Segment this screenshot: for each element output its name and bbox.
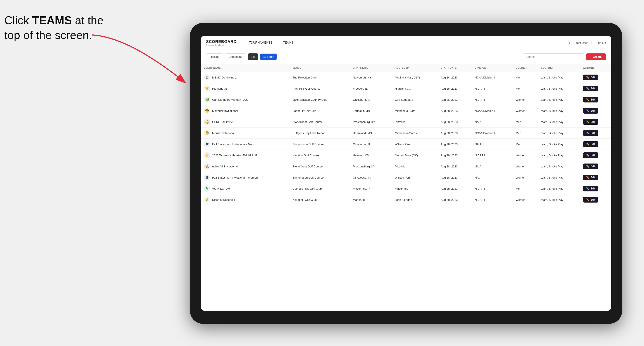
edit-button[interactable]: ✏️ Edit (583, 197, 598, 202)
sign-out-link[interactable]: Sign out (596, 41, 606, 44)
cell-gender: Women (512, 161, 538, 172)
cell-event-name: 🏌 MSMC Qualifying 1 (201, 72, 290, 83)
cell-city-state: Prestonsburg, KY (350, 116, 392, 128)
edit-pencil-icon: ✏️ (586, 165, 590, 168)
edit-label: Edit (590, 132, 595, 135)
table-row: 🌵 Klash at Kokopelli Kokopelli Golf Club… (201, 194, 611, 205)
edit-button[interactable]: ✏️ Edit (583, 86, 598, 91)
cell-venue: Edmundson Golf Course (290, 172, 350, 183)
edit-pencil-icon: ✏️ (586, 76, 590, 79)
event-name-label: Highland 36 (212, 87, 227, 90)
edit-label: Edit (590, 154, 595, 157)
edit-button[interactable]: ✏️ Edit (583, 130, 598, 136)
filter-button[interactable]: ☰ Filter (260, 53, 277, 60)
cell-hosted-by: Minnesota-Morris (392, 128, 438, 139)
edit-button[interactable]: ✏️ Edit (583, 175, 598, 180)
cell-actions: ✏️ Edit (580, 105, 611, 116)
team-icon: 🌵 (204, 197, 210, 203)
edit-pencil-icon: ✏️ (586, 198, 590, 201)
cell-actions: ✏️ Edit (580, 161, 611, 172)
edit-pencil-icon: ✏️ (586, 187, 590, 190)
table-row: 🏆 Highland 36 Park Hills Golf Course Fre… (201, 83, 611, 94)
cell-hosted-by: Mt. Saint Mary (NY) (392, 72, 438, 83)
header-city-state: CITY, STATE (350, 64, 392, 72)
cell-start-date: Aug 28, 2023 (438, 194, 472, 205)
cell-scoring: team, Stroke Play (538, 172, 580, 183)
cell-event-name: 🎓 Fall Statesmen Invitational - Women (201, 172, 290, 183)
table-container[interactable]: EVENT NAME VENUE CITY, STATE HOSTED BY S… (201, 64, 611, 311)
cell-actions: ✏️ Edit (580, 150, 611, 161)
cell-division: NICAA II (472, 183, 513, 194)
cell-scoring: team, Stroke Play (538, 128, 580, 139)
edit-button[interactable]: ✏️ Edit (583, 97, 598, 102)
cell-venue: Park Hills Golf Course (290, 83, 350, 94)
cell-start-date: Aug 28, 2023 (438, 150, 472, 161)
cell-start-date: Aug 28, 2023 (438, 161, 472, 172)
cell-actions: ✏️ Edit (580, 183, 611, 194)
create-button[interactable]: + Create (586, 53, 606, 60)
teams-highlight: TEAMS (32, 14, 72, 27)
cell-gender: Women (512, 105, 538, 116)
header-venue: VENUE (290, 64, 350, 72)
edit-pencil-icon: ✏️ (586, 143, 590, 146)
cell-hosted-by: John A Logan (392, 194, 438, 205)
team-icon: 🏌 (204, 74, 210, 80)
tab-teams[interactable]: TEAMS (278, 36, 299, 49)
edit-button[interactable]: ✏️ Edit (583, 119, 598, 125)
cell-division: NCAA Division III (472, 72, 513, 83)
event-name-label: MSMC Qualifying 1 (212, 76, 237, 79)
edit-button[interactable]: ✏️ Edit (583, 186, 598, 191)
cell-actions: ✏️ Edit (580, 94, 611, 105)
cell-gender: Men (512, 83, 538, 94)
table-row: 🎓 Fall Statesmen Invitational - Men Edmu… (201, 139, 611, 150)
cell-venue: Cypress Hills Golf Club (290, 183, 350, 194)
cell-city-state: Galesburg, IL (350, 94, 392, 105)
cell-division: NICAA I (472, 94, 513, 105)
team-icon: 🌿 (204, 97, 210, 103)
user-info: Test User (576, 41, 588, 44)
cell-event-name: 🎓 Fall Statesmen Invitational - Men (201, 139, 290, 150)
event-name-label: Fall Statesmen Invitational - Men (212, 143, 254, 146)
team-icon: 🎓 (204, 174, 210, 180)
event-name-label: Morris Invitational (212, 132, 234, 135)
edit-button[interactable]: ✏️ Edit (583, 75, 598, 80)
tab-tournaments[interactable]: TOURNAMENTS (244, 36, 278, 49)
cell-actions: ✏️ Edit (580, 194, 611, 205)
cell-division: NCAA Division III (472, 128, 513, 139)
edit-button[interactable]: ✏️ Edit (583, 141, 598, 147)
cell-scoring: team, Stroke Play (538, 183, 580, 194)
header-start-date: START DATE (438, 64, 472, 72)
all-button[interactable]: All (248, 53, 258, 60)
competing-button[interactable]: Competing (225, 53, 246, 60)
cell-start-date: Aug 28, 2023 (438, 139, 472, 150)
nav-tabs: TOURNAMENTS TEAMS (244, 36, 567, 49)
event-name-label: Carl Sandburg Women FA23 (212, 98, 248, 101)
cell-start-date: Aug 28, 2023 (438, 105, 472, 116)
edit-button[interactable]: ✏️ Edit (583, 108, 598, 114)
edit-label: Edit (590, 109, 595, 112)
edit-button[interactable]: ✏️ Edit (583, 164, 598, 169)
header-gender: GENDER (512, 64, 538, 72)
gear-icon[interactable] (567, 40, 572, 46)
logo-sub: Powered by clippit (206, 44, 237, 46)
cell-event-name: 🦁 Morris Invitational (201, 128, 290, 139)
cell-division: NICAA I (472, 194, 513, 205)
filter-label: Filter (267, 55, 274, 58)
edit-label: Edit (590, 176, 595, 179)
cell-event-name: 🏆 Highland 36 (201, 83, 290, 94)
search-input[interactable] (523, 53, 584, 60)
hosting-button[interactable]: Hosting (206, 53, 223, 60)
cell-gender: Women (512, 172, 538, 183)
cell-start-date: Aug 28, 2023 (438, 128, 472, 139)
cell-scoring: team, Stroke Play (538, 72, 580, 83)
cell-division: NAIA (472, 161, 513, 172)
cell-start-date: Aug 26, 2023 (438, 94, 472, 105)
edit-label: Edit (590, 165, 595, 168)
edit-pencil-icon: ✏️ (586, 132, 590, 135)
cell-city-state: Oskaloosa, IA (350, 172, 392, 183)
edit-button[interactable]: ✏️ Edit (583, 152, 598, 158)
cell-city-state: Deerwood, MN (350, 128, 392, 139)
header-scoring: SCORING (538, 64, 580, 72)
tablet-frame: SCOREBOARD Powered by clippit TOURNAMENT… (190, 23, 622, 324)
cell-city-state: Marion, IL (350, 194, 392, 205)
